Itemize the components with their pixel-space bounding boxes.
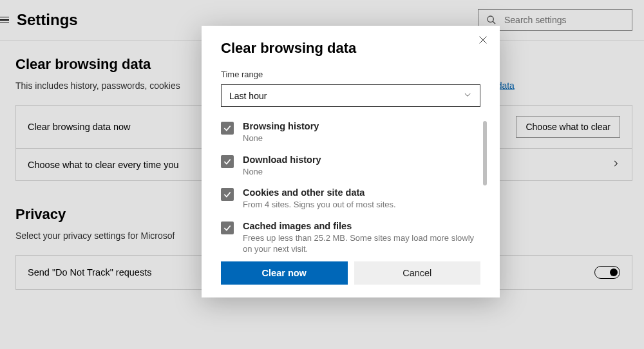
checkbox[interactable] <box>221 155 234 168</box>
check-icon <box>223 223 232 232</box>
check-icon <box>223 190 232 199</box>
time-range-select[interactable]: Last hour <box>221 84 480 107</box>
check-icon <box>223 124 232 133</box>
scrollbar[interactable] <box>483 121 487 185</box>
chevron-down-icon <box>463 90 472 101</box>
option-text: Download history None <box>243 155 480 178</box>
option-label: Download history <box>243 155 480 165</box>
option-cookies[interactable]: Cookies and other site data From 4 sites… <box>221 187 480 211</box>
checkbox[interactable] <box>221 222 234 234</box>
check-icon <box>223 157 232 166</box>
option-desc: None <box>243 133 480 144</box>
option-text: Cached images and files Frees up less th… <box>243 221 480 255</box>
option-browsing-history[interactable]: Browsing history None <box>221 121 480 144</box>
option-label: Browsing history <box>243 121 480 131</box>
cancel-button[interactable]: Cancel <box>354 261 481 285</box>
checkbox[interactable] <box>221 188 234 201</box>
close-icon <box>478 35 488 45</box>
close-button[interactable] <box>478 35 488 48</box>
clear-now-button[interactable]: Clear now <box>221 261 348 285</box>
option-text: Cookies and other site data From 4 sites… <box>243 187 480 211</box>
dialog-title: Clear browsing data <box>221 40 480 57</box>
clear-browsing-data-dialog: Clear browsing data Time range Last hour… <box>202 26 500 297</box>
option-cached[interactable]: Cached images and files Frees up less th… <box>221 221 480 255</box>
option-desc: From 4 sites. Signs you out of most site… <box>243 199 480 211</box>
time-range-value: Last hour <box>229 91 267 101</box>
checkbox[interactable] <box>221 122 234 135</box>
option-desc: Frees up less than 25.2 MB. Some sites m… <box>243 232 480 255</box>
option-label: Cached images and files <box>243 221 480 231</box>
time-range-label: Time range <box>221 70 480 79</box>
option-label: Cookies and other site data <box>243 187 480 198</box>
dialog-actions: Clear now Cancel <box>221 261 480 285</box>
options-list: Browsing history None Download history N… <box>221 121 480 255</box>
option-download-history[interactable]: Download history None <box>221 155 480 178</box>
option-desc: None <box>243 166 480 178</box>
option-text: Browsing history None <box>243 121 480 144</box>
